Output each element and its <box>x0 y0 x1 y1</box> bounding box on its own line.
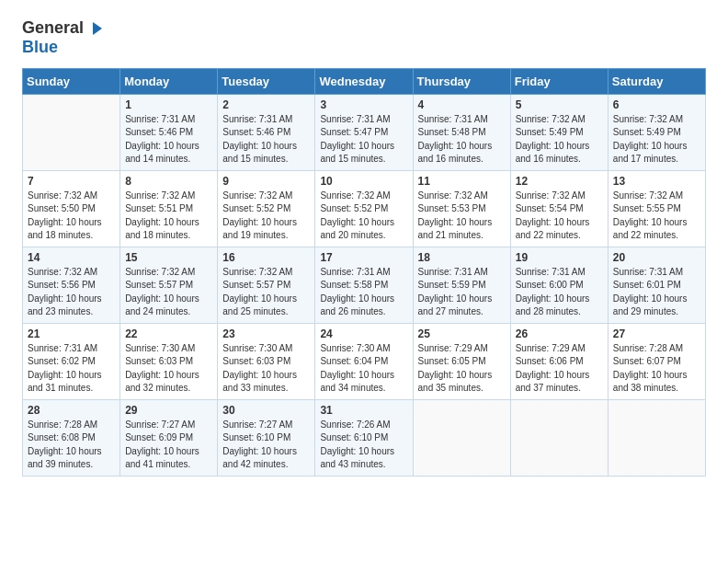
day-number: 31 <box>320 404 407 417</box>
calendar-cell <box>23 94 120 170</box>
calendar-cell: 7Sunrise: 7:32 AMSunset: 5:50 PMDaylight… <box>23 170 120 247</box>
day-number: 15 <box>125 251 212 264</box>
day-number: 6 <box>613 98 700 111</box>
calendar-cell: 19Sunrise: 7:31 AMSunset: 6:00 PMDayligh… <box>510 247 608 323</box>
day-number: 30 <box>222 404 310 417</box>
day-number: 23 <box>222 327 310 340</box>
day-info: Sunrise: 7:30 AMSunset: 6:03 PMDaylight:… <box>222 342 310 396</box>
weekday-header-saturday: Saturday <box>608 68 705 94</box>
calendar-cell: 22Sunrise: 7:30 AMSunset: 6:03 PMDayligh… <box>120 323 218 399</box>
day-info: Sunrise: 7:31 AMSunset: 6:00 PMDaylight:… <box>516 266 603 319</box>
calendar-cell: 11Sunrise: 7:32 AMSunset: 5:53 PMDayligh… <box>413 170 510 247</box>
weekday-header-monday: Monday <box>120 68 218 94</box>
calendar-cell: 20Sunrise: 7:31 AMSunset: 6:01 PMDayligh… <box>608 247 705 323</box>
logo-arrow-icon <box>85 18 106 39</box>
day-info: Sunrise: 7:31 AMSunset: 5:58 PMDaylight:… <box>320 266 407 319</box>
day-info: Sunrise: 7:31 AMSunset: 5:47 PMDaylight:… <box>320 113 407 167</box>
day-info: Sunrise: 7:32 AMSunset: 5:49 PMDaylight:… <box>516 113 603 167</box>
day-info: Sunrise: 7:32 AMSunset: 5:57 PMDaylight:… <box>125 266 212 319</box>
calendar-cell: 21Sunrise: 7:31 AMSunset: 6:02 PMDayligh… <box>23 323 120 399</box>
calendar-cell: 5Sunrise: 7:32 AMSunset: 5:49 PMDaylight… <box>510 94 608 170</box>
day-info: Sunrise: 7:31 AMSunset: 5:48 PMDaylight:… <box>418 113 506 167</box>
day-number: 1 <box>125 98 212 111</box>
calendar-cell <box>608 399 705 476</box>
day-number: 25 <box>418 327 506 340</box>
calendar-cell: 10Sunrise: 7:32 AMSunset: 5:52 PMDayligh… <box>315 170 413 247</box>
day-info: Sunrise: 7:28 AMSunset: 6:08 PMDaylight:… <box>28 419 115 472</box>
day-info: Sunrise: 7:32 AMSunset: 5:54 PMDaylight:… <box>516 190 603 243</box>
calendar-cell: 29Sunrise: 7:27 AMSunset: 6:09 PMDayligh… <box>120 399 218 476</box>
day-number: 17 <box>320 251 407 264</box>
calendar-cell: 18Sunrise: 7:31 AMSunset: 5:59 PMDayligh… <box>413 247 510 323</box>
day-number: 28 <box>28 404 115 417</box>
day-info: Sunrise: 7:32 AMSunset: 5:53 PMDaylight:… <box>418 190 506 243</box>
day-number: 22 <box>125 327 212 340</box>
week-row-4: 21Sunrise: 7:31 AMSunset: 6:02 PMDayligh… <box>23 323 706 399</box>
day-number: 29 <box>125 404 212 417</box>
day-info: Sunrise: 7:31 AMSunset: 5:59 PMDaylight:… <box>418 266 506 319</box>
calendar-cell: 31Sunrise: 7:26 AMSunset: 6:10 PMDayligh… <box>315 399 413 476</box>
calendar-cell: 9Sunrise: 7:32 AMSunset: 5:52 PMDaylight… <box>218 170 315 247</box>
logo-blue: Blue <box>22 39 106 57</box>
weekday-header-sunday: Sunday <box>23 68 120 94</box>
calendar-cell: 3Sunrise: 7:31 AMSunset: 5:47 PMDaylight… <box>315 94 413 170</box>
calendar-cell: 6Sunrise: 7:32 AMSunset: 5:49 PMDaylight… <box>608 94 705 170</box>
calendar-cell: 28Sunrise: 7:28 AMSunset: 6:08 PMDayligh… <box>23 399 120 476</box>
day-number: 7 <box>28 175 115 188</box>
calendar-cell: 14Sunrise: 7:32 AMSunset: 5:56 PMDayligh… <box>23 247 120 323</box>
day-number: 26 <box>516 327 603 340</box>
calendar-cell: 12Sunrise: 7:32 AMSunset: 5:54 PMDayligh… <box>510 170 608 247</box>
day-info: Sunrise: 7:28 AMSunset: 6:07 PMDaylight:… <box>613 342 700 396</box>
day-number: 4 <box>418 98 506 111</box>
calendar-cell: 13Sunrise: 7:32 AMSunset: 5:55 PMDayligh… <box>608 170 705 247</box>
day-info: Sunrise: 7:32 AMSunset: 5:52 PMDaylight:… <box>320 190 407 243</box>
calendar-cell: 1Sunrise: 7:31 AMSunset: 5:46 PMDaylight… <box>120 94 218 170</box>
day-number: 2 <box>222 98 310 111</box>
day-number: 12 <box>516 175 603 188</box>
day-info: Sunrise: 7:32 AMSunset: 5:52 PMDaylight:… <box>222 190 310 243</box>
weekday-header-wednesday: Wednesday <box>315 68 413 94</box>
day-number: 5 <box>516 98 603 111</box>
day-number: 24 <box>320 327 407 340</box>
weekday-header-row: SundayMondayTuesdayWednesdayThursdayFrid… <box>23 68 706 94</box>
day-info: Sunrise: 7:32 AMSunset: 5:56 PMDaylight:… <box>28 266 115 319</box>
day-info: Sunrise: 7:27 AMSunset: 6:09 PMDaylight:… <box>125 419 212 472</box>
day-number: 27 <box>613 327 700 340</box>
day-info: Sunrise: 7:31 AMSunset: 5:46 PMDaylight:… <box>125 113 212 167</box>
day-info: Sunrise: 7:26 AMSunset: 6:10 PMDaylight:… <box>320 419 407 472</box>
day-info: Sunrise: 7:29 AMSunset: 6:06 PMDaylight:… <box>516 342 603 396</box>
week-row-2: 7Sunrise: 7:32 AMSunset: 5:50 PMDaylight… <box>23 170 706 247</box>
calendar-cell: 15Sunrise: 7:32 AMSunset: 5:57 PMDayligh… <box>120 247 218 323</box>
day-info: Sunrise: 7:32 AMSunset: 5:57 PMDaylight:… <box>222 266 310 319</box>
day-info: Sunrise: 7:32 AMSunset: 5:55 PMDaylight:… <box>613 190 700 243</box>
day-info: Sunrise: 7:30 AMSunset: 6:03 PMDaylight:… <box>125 342 212 396</box>
day-info: Sunrise: 7:27 AMSunset: 6:10 PMDaylight:… <box>222 419 310 472</box>
day-number: 20 <box>613 251 700 264</box>
weekday-header-thursday: Thursday <box>413 68 510 94</box>
weekday-header-tuesday: Tuesday <box>218 68 315 94</box>
day-number: 13 <box>613 175 700 188</box>
calendar-cell: 8Sunrise: 7:32 AMSunset: 5:51 PMDaylight… <box>120 170 218 247</box>
day-number: 19 <box>516 251 603 264</box>
day-number: 11 <box>418 175 506 188</box>
calendar-cell: 24Sunrise: 7:30 AMSunset: 6:04 PMDayligh… <box>315 323 413 399</box>
calendar-cell: 17Sunrise: 7:31 AMSunset: 5:58 PMDayligh… <box>315 247 413 323</box>
day-number: 14 <box>28 251 115 264</box>
day-info: Sunrise: 7:30 AMSunset: 6:04 PMDaylight:… <box>320 342 407 396</box>
day-info: Sunrise: 7:32 AMSunset: 5:50 PMDaylight:… <box>28 190 115 243</box>
day-number: 10 <box>320 175 407 188</box>
calendar-cell: 23Sunrise: 7:30 AMSunset: 6:03 PMDayligh… <box>218 323 315 399</box>
day-number: 8 <box>125 175 212 188</box>
week-row-3: 14Sunrise: 7:32 AMSunset: 5:56 PMDayligh… <box>23 247 706 323</box>
calendar-cell: 16Sunrise: 7:32 AMSunset: 5:57 PMDayligh… <box>218 247 315 323</box>
calendar-cell: 26Sunrise: 7:29 AMSunset: 6:06 PMDayligh… <box>510 323 608 399</box>
calendar-cell: 27Sunrise: 7:28 AMSunset: 6:07 PMDayligh… <box>608 323 705 399</box>
day-info: Sunrise: 7:32 AMSunset: 5:49 PMDaylight:… <box>613 113 700 167</box>
calendar-table: SundayMondayTuesdayWednesdayThursdayFrid… <box>22 68 706 477</box>
day-number: 3 <box>320 98 407 111</box>
calendar-cell <box>510 399 608 476</box>
logo-general: General <box>22 19 84 38</box>
calendar-cell <box>413 399 510 476</box>
calendar-cell: 2Sunrise: 7:31 AMSunset: 5:46 PMDaylight… <box>218 94 315 170</box>
day-info: Sunrise: 7:32 AMSunset: 5:51 PMDaylight:… <box>125 190 212 243</box>
